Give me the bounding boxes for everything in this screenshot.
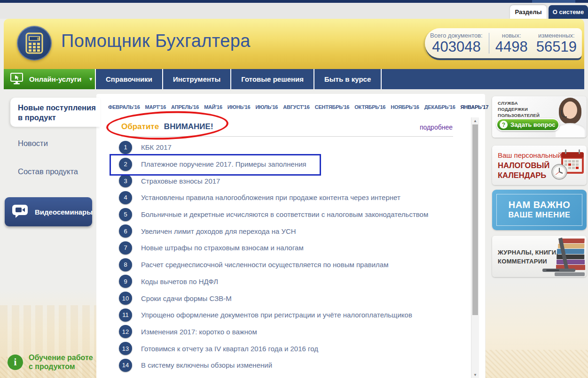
item-number: 4 xyxy=(119,191,132,204)
opinion-banner-label: НАМ ВАЖНО ВАШЕ МНЕНИЕ xyxy=(492,200,587,219)
month-tab[interactable]: МАЙ'16 xyxy=(204,104,222,110)
scrollbar-down-icon[interactable]: ▼ xyxy=(471,371,479,378)
heading-divider xyxy=(121,136,453,137)
info-icon: i xyxy=(8,355,23,370)
attention-word-navy: ВНИМАНИЕ! xyxy=(164,122,213,131)
sidebar-item-news[interactable]: Новости xyxy=(18,139,48,148)
books-laptop-image xyxy=(541,237,587,277)
month-tab[interactable]: СЕНТЯБРЬ'16 xyxy=(315,104,350,110)
month-tab[interactable]: ИЮЛЬ'16 xyxy=(255,104,278,110)
journals-books-banner[interactable]: ЖУРНАЛЫ, КНИГИ, КОММЕНТАРИИ xyxy=(492,236,587,277)
support-banner[interactable]: СЛУЖБА ПОДДЕРЖКИ ПОЛЬЗОВАТЕЛЕЙ ? Задать … xyxy=(492,96,587,138)
opinion-banner[interactable]: НАМ ВАЖНО ВАШЕ МНЕНИЕ xyxy=(492,190,587,230)
stat-total-label: Всего документов: xyxy=(430,32,483,39)
list-item[interactable]: 4Установлены правила налогообложения при… xyxy=(119,189,452,206)
item-number: 10 xyxy=(119,292,132,305)
scrollbar-thumb[interactable] xyxy=(472,124,478,315)
stat-changed-value: 56519 xyxy=(536,39,577,55)
item-text: КБК 2017 xyxy=(141,143,172,151)
list-item[interactable]: 6Увеличен лимит доходов для перехода на … xyxy=(119,223,452,239)
right-bottom-decor-hatch xyxy=(486,350,588,378)
scrollbar-up-icon[interactable]: ▲ xyxy=(471,117,479,124)
item-text: Платежное поручение 2017. Примеры заполн… xyxy=(141,160,306,168)
documents-stats: Всего документов: 403048 новых: 4498 изм… xyxy=(425,28,582,58)
item-text: Расчет среднесписочной численности осуще… xyxy=(141,261,389,269)
item-text: Увеличен лимит доходов для перехода на У… xyxy=(141,227,296,235)
list-item[interactable]: 13Готовимся к отчету за IV квартал 2016 … xyxy=(119,340,452,357)
item-text: Установлены правила налогообложения при … xyxy=(141,193,400,201)
training-link[interactable]: i Обучение работе с продуктом xyxy=(8,353,93,371)
month-tabs: ФЕВРАЛЬ'16 МАРТ'16 АПРЕЛЬ'16 МАЙ'16 ИЮНЬ… xyxy=(108,104,477,110)
nav-online-services-label: Онлайн-услуги xyxy=(29,75,81,83)
item-text: Новые штрафы по страховым взносам и нало… xyxy=(141,244,304,252)
item-text: Больничные и декретные исчисляются в соо… xyxy=(141,210,428,218)
videoseminars-button[interactable]: Видеосеминары xyxy=(5,197,92,226)
list-item[interactable]: 10Сроки сдачи формы СЗВ-М xyxy=(119,290,452,307)
nav-item-solutions[interactable]: Готовые решения xyxy=(231,69,314,89)
nav-item-tools[interactable]: Инструменты xyxy=(163,69,231,89)
sidebar-item-product-contents[interactable]: Состав продукта xyxy=(18,167,78,176)
list-item[interactable]: 9Коды вычетов по НДФЛ xyxy=(119,273,452,290)
question-icon: ? xyxy=(500,121,508,129)
list-item[interactable]: 7Новые штрафы по страховым взносам и нал… xyxy=(119,239,452,256)
more-link[interactable]: подробнее xyxy=(420,123,453,131)
stat-changed-label: измененных: xyxy=(538,32,575,39)
item-text: Готовимся к отчету за IV квартал 2016 го… xyxy=(141,345,318,353)
monitor-cursor-icon xyxy=(10,72,24,86)
list-item[interactable]: 12Изменения 2017: коротко о важном xyxy=(119,324,452,340)
item-number: 12 xyxy=(119,325,132,338)
item-number: 14 xyxy=(119,359,132,372)
item-text: Изменения 2017: коротко о важном xyxy=(141,328,257,336)
stat-changed: измененных: 56519 xyxy=(532,32,581,55)
item-number: 5 xyxy=(119,208,132,221)
month-tab-active[interactable]: ЯНВАРЬ'17 xyxy=(461,104,488,110)
content-scrollbar[interactable]: ▲ ▼ xyxy=(471,117,479,378)
month-tab[interactable]: ДЕКАБРЬ'16 xyxy=(424,104,455,110)
list-item[interactable]: 1КБК 2017 xyxy=(119,139,452,156)
list-item[interactable]: 5Больничные и декретные исчисляются в со… xyxy=(119,206,452,223)
video-camera-icon xyxy=(12,204,29,220)
stat-new-label: новых: xyxy=(502,32,521,39)
sidebar-item-new-arrivals[interactable]: Новые поступления в продукт xyxy=(10,98,100,127)
stat-total-value: 403048 xyxy=(432,39,480,55)
month-tab[interactable]: АПРЕЛЬ'16 xyxy=(171,104,199,110)
sidebar-item-new-arrivals-line1: Новые поступления xyxy=(18,103,96,112)
nav-online-services[interactable]: Онлайн-услуги ▼ xyxy=(4,69,96,89)
tab-about-system[interactable]: О системе xyxy=(549,5,588,19)
nav-item-handbooks[interactable]: Справочники xyxy=(96,69,163,89)
month-tab[interactable]: ФЕВРАЛЬ'16 xyxy=(108,104,140,110)
main-nav: Онлайн-услуги ▼ Справочники Инструменты … xyxy=(4,69,584,89)
list-item[interactable]: 8Расчет среднесписочной численности осущ… xyxy=(119,256,452,273)
item-number: 6 xyxy=(119,224,132,238)
item-number: 1 xyxy=(119,141,132,154)
item-number: 11 xyxy=(119,309,132,322)
list-item[interactable]: 3Страховые взносы 2017 xyxy=(119,172,452,189)
list-item[interactable]: 14В систему включены обзоры изменений xyxy=(119,357,452,374)
list-item[interactable]: 11Упрощено оформление документов при рег… xyxy=(119,307,452,324)
item-text: Упрощено оформление документов при регис… xyxy=(141,311,412,319)
right-bottom-decor xyxy=(486,282,588,378)
ask-question-button[interactable]: ? Задать вопрос xyxy=(496,118,559,131)
item-number: 8 xyxy=(119,258,132,271)
sidebar-item-new-arrivals-line2: в продукт xyxy=(18,113,56,122)
month-tab[interactable]: МАРТ'16 xyxy=(145,104,166,110)
month-tab[interactable]: ИЮНЬ'16 xyxy=(227,104,251,110)
support-agent-image xyxy=(555,98,586,137)
tab-sections[interactable]: Разделы xyxy=(510,5,547,19)
nav-item-stay-informed[interactable]: Быть в курсе xyxy=(314,69,382,89)
page: Разделы О системе 0 Помощник Бухгалтера … xyxy=(0,0,588,378)
news-list: 1КБК 2017 2Платежное поручение 2017. При… xyxy=(119,139,452,374)
item-number: 3 xyxy=(119,174,132,187)
month-tab[interactable]: ОКТЯБРЬ'16 xyxy=(354,104,385,110)
stats-divider xyxy=(489,33,489,54)
videoseminars-label: Видеосеминары xyxy=(35,208,93,216)
month-tab[interactable]: НОЯБРЬ'16 xyxy=(391,104,419,110)
app-header: 0 Помощник Бухгалтера Всего документов: … xyxy=(4,19,584,69)
tax-calendar-banner[interactable]: Ваш персональный НАЛОГОВЫЙ КАЛЕНДАРЬ xyxy=(492,146,587,185)
calculator-display: 0 xyxy=(37,37,39,40)
month-tab[interactable]: АВГУСТ'16 xyxy=(283,104,309,110)
list-item[interactable]: 2Платежное поручение 2017. Примеры запол… xyxy=(119,156,452,173)
main-content: ФЕВРАЛЬ'16 МАРТ'16 АПРЕЛЬ'16 МАЙ'16 ИЮНЬ… xyxy=(96,94,485,378)
attention-heading: Обратите ВНИМАНИЕ! xyxy=(121,122,213,131)
app-title: Помощник Бухгалтера xyxy=(61,31,251,51)
